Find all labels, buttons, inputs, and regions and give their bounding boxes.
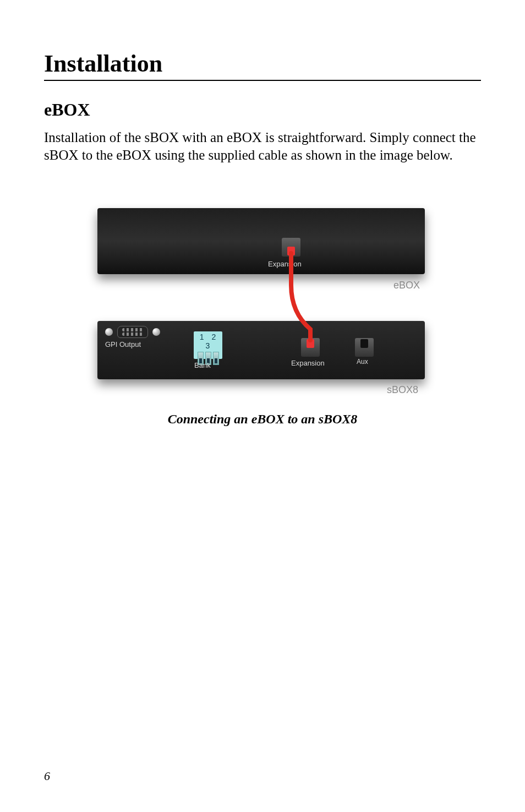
sbox-aux-port xyxy=(355,338,374,357)
bank-dip-switch: 1 2 3 xyxy=(194,331,222,359)
bank-numbers: 1 2 3 xyxy=(194,333,222,350)
ebox-unit xyxy=(97,208,425,274)
dsub-connector-icon xyxy=(117,326,148,338)
sbox-expansion-port xyxy=(301,338,320,357)
connection-diagram: Expansion eBOX GPI Output 1 2 3 Bank xyxy=(92,203,433,406)
sbox-expansion-label: Expansion xyxy=(291,359,325,367)
page-number: 6 xyxy=(44,769,50,783)
page: Installation eBOX Installation of the sB… xyxy=(0,0,525,812)
sbox-expansion-jack xyxy=(307,339,314,348)
ebox-name-label: eBOX xyxy=(393,280,420,291)
figure-caption: Connecting an eBOX to an sBOX8 xyxy=(168,412,358,427)
screw-icon xyxy=(105,328,113,336)
heading-installation: Installation xyxy=(44,50,481,81)
sbox-aux-label: Aux xyxy=(357,358,368,366)
gpi-output-connector xyxy=(105,326,160,338)
intro-paragraph: Installation of the sBOX with an eBOX is… xyxy=(44,129,481,164)
sbox-aux-jack xyxy=(360,339,368,348)
gpi-output-label: GPI Output xyxy=(105,340,141,348)
figure: Expansion eBOX GPI Output 1 2 3 Bank xyxy=(44,203,481,427)
dip-switch-icon xyxy=(213,352,219,365)
screw-icon xyxy=(152,328,160,336)
ebox-jack xyxy=(287,247,295,255)
ebox-port-label: Expansion xyxy=(268,260,302,268)
bank-label: Bank xyxy=(194,361,211,369)
sbox-name-label: sBOX8 xyxy=(387,384,418,396)
ebox-expansion-port xyxy=(282,238,300,257)
heading-ebox: eBOX xyxy=(44,100,481,120)
